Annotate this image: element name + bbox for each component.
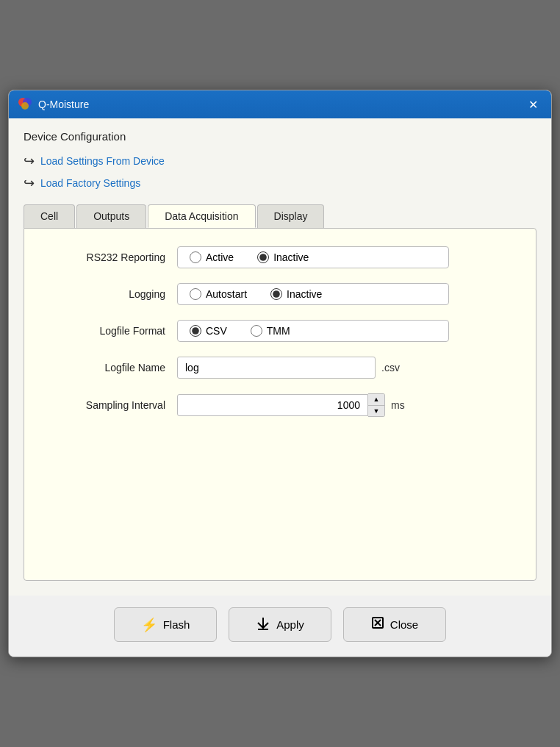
window-body: Device Configuration ↪ Load Settings Fro…	[9, 118, 551, 596]
tab-display[interactable]: Display	[257, 204, 325, 228]
tab-outputs[interactable]: Outputs	[76, 204, 146, 228]
load-factory-link[interactable]: Load Factory Settings	[40, 177, 140, 189]
footer: ⚡ Flash Apply Close	[9, 596, 551, 657]
format-csv-option[interactable]: CSV	[190, 325, 227, 337]
tab-data-acquisition[interactable]: Data Acquisition	[148, 204, 255, 228]
tab-content: RS232 Reporting Active Inactive	[24, 228, 536, 581]
window-close-button[interactable]: ✕	[524, 96, 542, 113]
svg-point-2	[21, 102, 29, 110]
flash-icon: ⚡	[141, 617, 157, 633]
close-button[interactable]: Close	[343, 607, 446, 642]
logging-radio-group: Autostart Inactive	[177, 283, 449, 305]
logfile-format-radio-group: CSV TMM	[177, 320, 449, 342]
tabs-area: Cell Outputs Data Acquisition Display RS…	[24, 204, 536, 581]
logfile-format-label: Logfile Format	[45, 325, 177, 337]
load-settings-link-row[interactable]: ↪ Load Settings From Device	[24, 153, 536, 169]
rs232-radio-group: Active Inactive	[177, 246, 449, 268]
logging-label: Logging	[45, 288, 177, 300]
apply-button[interactable]: Apply	[229, 607, 331, 642]
load-factory-arrow-icon: ↪	[24, 175, 35, 191]
sampling-interval-suffix: ms	[391, 399, 405, 411]
rs232-inactive-option[interactable]: Inactive	[257, 251, 309, 263]
load-factory-link-row[interactable]: ↪ Load Factory Settings	[24, 175, 536, 191]
logfile-name-row: Logfile Name .csv	[45, 357, 515, 379]
logging-autostart-radio[interactable]	[190, 288, 201, 300]
rs232-active-label: Active	[206, 251, 234, 263]
rs232-row: RS232 Reporting Active Inactive	[45, 246, 515, 268]
logfile-name-label: Logfile Name	[45, 362, 177, 374]
flash-label: Flash	[163, 618, 190, 631]
spinner-up-button[interactable]: ▲	[368, 394, 384, 405]
title-bar: Q-Moisture ✕	[9, 90, 551, 118]
rs232-active-option[interactable]: Active	[190, 251, 234, 263]
logging-inactive-radio[interactable]	[270, 288, 282, 300]
rs232-inactive-radio[interactable]	[257, 251, 269, 263]
sampling-interval-row: Sampling Interval ▲ ▼ ms	[45, 393, 515, 417]
spinner-buttons: ▲ ▼	[368, 393, 385, 417]
format-csv-label: CSV	[206, 325, 227, 337]
load-settings-arrow-icon: ↪	[24, 153, 35, 169]
apply-label: Apply	[276, 618, 304, 631]
apply-icon	[256, 615, 270, 634]
logging-inactive-option[interactable]: Inactive	[270, 288, 322, 300]
logging-row: Logging Autostart Inactive	[45, 283, 515, 305]
sampling-interval-spinner: ▲ ▼	[177, 393, 385, 417]
flash-button[interactable]: ⚡ Flash	[114, 607, 217, 642]
format-tmm-radio[interactable]	[251, 325, 262, 337]
close-label: Close	[390, 618, 418, 631]
rs232-label: RS232 Reporting	[45, 251, 177, 263]
sampling-interval-label: Sampling Interval	[45, 399, 177, 411]
device-config-label: Device Configuration	[24, 130, 536, 143]
logfile-name-input[interactable]	[177, 357, 376, 379]
load-settings-link[interactable]: Load Settings From Device	[40, 155, 165, 167]
tab-cell[interactable]: Cell	[24, 204, 75, 228]
logging-autostart-option[interactable]: Autostart	[190, 288, 247, 300]
logfile-format-row: Logfile Format CSV TMM	[45, 320, 515, 342]
logging-inactive-label: Inactive	[287, 288, 322, 300]
rs232-active-radio[interactable]	[190, 251, 201, 263]
logging-autostart-label: Autostart	[206, 288, 247, 300]
sampling-interval-input[interactable]	[177, 394, 368, 416]
title-bar-left: Q-Moisture	[18, 97, 89, 112]
format-tmm-option[interactable]: TMM	[251, 325, 290, 337]
rs232-inactive-label: Inactive	[273, 251, 309, 263]
app-icon	[18, 97, 32, 112]
format-tmm-label: TMM	[267, 325, 290, 337]
format-csv-radio[interactable]	[190, 325, 201, 337]
app-title: Q-Moisture	[38, 99, 89, 110]
spinner-down-button[interactable]: ▼	[368, 405, 384, 416]
tabs-bar: Cell Outputs Data Acquisition Display	[24, 204, 536, 228]
main-window: Q-Moisture ✕ Device Configuration ↪ Load…	[8, 90, 552, 657]
close-icon	[371, 616, 384, 633]
logfile-name-suffix: .csv	[381, 362, 400, 374]
